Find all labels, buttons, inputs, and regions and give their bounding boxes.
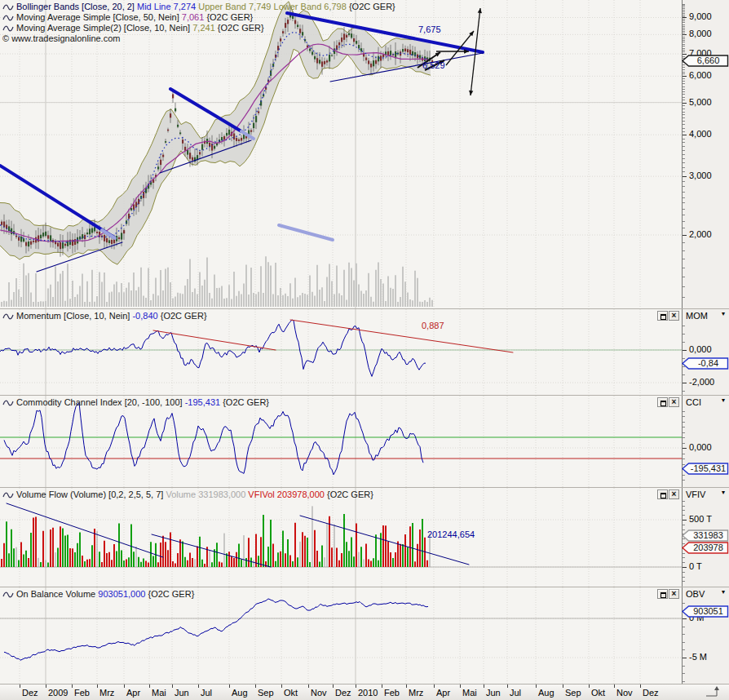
- obv-y-axis[interactable]: 0 M-5 M903051: [682, 587, 729, 684]
- legend-run: -0,840: [132, 311, 160, 321]
- axis-minor-tick: [683, 432, 685, 433]
- legend-ma50[interactable]: Moving Average Simple [Close, 50, Nein] …: [2, 12, 395, 23]
- axis-tick-label: 8,000: [689, 29, 712, 38]
- momentum-close-button[interactable]: ×: [669, 311, 679, 321]
- x-axis-label: Apr: [436, 688, 450, 698]
- legend-run: {O2C GER}: [206, 12, 253, 22]
- axis-minor-tick: [683, 181, 685, 182]
- axis-minor-tick: [683, 97, 685, 98]
- cci-plot-area[interactable]: [0, 396, 682, 488]
- axis-tick: [683, 176, 687, 177]
- volume-flow-legend[interactable]: Volume Flow (Volume) [0,2, 2,5, 5, 7] Vo…: [2, 490, 373, 500]
- x-axis-label: Nov: [616, 688, 633, 698]
- vfiv-axis-menu-icon[interactable]: ▾: [722, 489, 725, 496]
- obv-legend[interactable]: On Balance Volume 903051,000 {O2C GER}: [2, 589, 194, 600]
- legend-run: Mid Line 7,274: [137, 2, 198, 11]
- cci-y-axis[interactable]: 0,000-195,431: [682, 396, 729, 488]
- vfiv-close-button[interactable]: ×: [669, 490, 679, 499]
- legend-run: -195,431: [185, 397, 223, 407]
- x-axis-label: Dez: [22, 688, 38, 698]
- axis-minor-tick: [683, 422, 685, 423]
- legend-run: Commodity Channel Index [20, -100, 100]: [16, 397, 185, 407]
- legend-run: {O2C GER}: [223, 397, 269, 407]
- legend-run: Volume Flow (Volume) [0,2, 2,5, 5, 7]: [16, 490, 166, 499]
- legend-bollinger[interactable]: Bollinger Bands [Close, 20, 2] Mid Line …: [2, 2, 395, 12]
- volume-flow-y-axis[interactable]: 500 T0 T331983203978: [682, 488, 729, 587]
- axis-minor-tick: [683, 297, 685, 298]
- axis-tick-label: 9,000: [689, 11, 712, 21]
- x-axis-tick: [198, 684, 199, 688]
- x-axis-label: Okt: [284, 688, 298, 698]
- price-y-axis[interactable]: 9,0008,0007,0006,0005,0004,0003,0002,000…: [682, 0, 729, 308]
- x-axis-tick: [46, 684, 46, 688]
- legend-run: Upper Band 7,749: [198, 2, 273, 11]
- obv-maximize-button[interactable]: [657, 589, 668, 599]
- legend-run: 7,241: [192, 23, 218, 33]
- axis-minor-tick: [683, 562, 685, 563]
- axis-minor-tick: [683, 374, 685, 375]
- x-axis-label: Jun: [486, 688, 501, 698]
- legend-run: Momentum [Close, 10, Nein]: [16, 311, 132, 321]
- axis-minor-tick: [683, 33, 685, 33]
- momentum-plot-area[interactable]: 0,887: [0, 309, 682, 396]
- axis-tick-label: 2,000: [689, 229, 712, 239]
- axis-tick-label: 500 T: [689, 514, 712, 524]
- legend-run: {O2C GER}: [349, 2, 395, 11]
- obv-axis-menu-icon[interactable]: ▾: [722, 588, 725, 596]
- legend-run: On Balance Volume: [16, 589, 98, 599]
- momentum-maximize-button[interactable]: [657, 311, 668, 321]
- axis-tick-label: 4,000: [689, 129, 712, 139]
- cci-close-button[interactable]: ×: [669, 397, 679, 407]
- cci-axis-menu-icon[interactable]: ▾: [722, 397, 725, 404]
- momentum-axis-menu-icon[interactable]: ▾: [722, 310, 725, 317]
- obv-panel-label: OBV: [686, 589, 705, 599]
- obv-close-button[interactable]: ×: [669, 589, 679, 599]
- legend-run: Moving Average Simple(2) [Close, 10, Nei…: [16, 23, 192, 33]
- volume-flow-plot-area[interactable]: 201244,654: [0, 488, 682, 587]
- axis-minor-tick: [683, 117, 685, 118]
- axis-value-tag: -0,84: [682, 357, 729, 370]
- x-axis-tick: [507, 684, 508, 688]
- axis-tick: [683, 34, 687, 35]
- axis-minor-tick: [683, 197, 685, 198]
- x-axis-label: Dez: [335, 688, 351, 698]
- axis-minor-tick: [683, 480, 685, 481]
- x-axis-tick: [460, 684, 461, 688]
- axis-minor-tick: [683, 42, 685, 42]
- axis-minor-tick: [683, 78, 685, 79]
- x-axis-label: 2010: [358, 688, 378, 698]
- legend-run: Lower Band 6,798: [274, 2, 349, 11]
- cci-legend[interactable]: Commodity Channel Index [20, -100, 100] …: [2, 397, 269, 408]
- x-axis-tick: [484, 684, 484, 688]
- axis-value-tag: 903051: [682, 605, 729, 618]
- axis-minor-tick: [683, 4, 685, 5]
- cci-panel: 0,000-195,431 Commodity Channel Index [2…: [0, 395, 729, 488]
- price-plot-area[interactable]: 7,6756,529: [0, 0, 682, 308]
- scroll-to-end-arrow-icon[interactable]: [703, 685, 724, 700]
- axis-minor-tick: [683, 11, 685, 12]
- vfiv-maximize-button[interactable]: [657, 490, 668, 499]
- axis-minor-tick: [683, 268, 685, 268]
- obv-plot-area[interactable]: [0, 587, 682, 684]
- legend-run: 903051,000: [98, 589, 148, 599]
- legend-ma10[interactable]: Moving Average Simple(2) [Close, 10, Nei…: [2, 23, 395, 33]
- momentum-y-axis[interactable]: 0,000-2,000-0,84: [682, 309, 729, 396]
- momentum-legend[interactable]: Momentum [Close, 10, Nein] -0,840 {O2C G…: [2, 311, 207, 321]
- chart-annotation-label: 7,675: [418, 24, 441, 34]
- chart-annotation-label: 201244,654: [427, 529, 475, 539]
- legend-run: {O2C GER}: [327, 490, 373, 499]
- axis-minor-tick: [683, 13, 685, 14]
- axis-tick: [683, 658, 687, 658]
- axis-minor-tick: [683, 186, 685, 187]
- axis-minor-tick: [683, 603, 685, 604]
- axis-minor-tick: [683, 24, 685, 25]
- axis-minor-tick: [683, 202, 685, 203]
- axis-minor-tick: [683, 5, 685, 6]
- axis-minor-tick: [683, 510, 685, 511]
- price-legend: Bollinger Bands [Close, 20, 2] Mid Line …: [2, 2, 395, 44]
- x-axis-label: Mai: [152, 688, 166, 698]
- time-x-axis[interactable]: Dez2009FebMrzAprMaiJunJulAugSepOktNovDez…: [0, 684, 729, 700]
- axis-minor-tick: [683, 681, 685, 682]
- cci-maximize-button[interactable]: [657, 397, 668, 407]
- x-axis-tick: [255, 684, 256, 688]
